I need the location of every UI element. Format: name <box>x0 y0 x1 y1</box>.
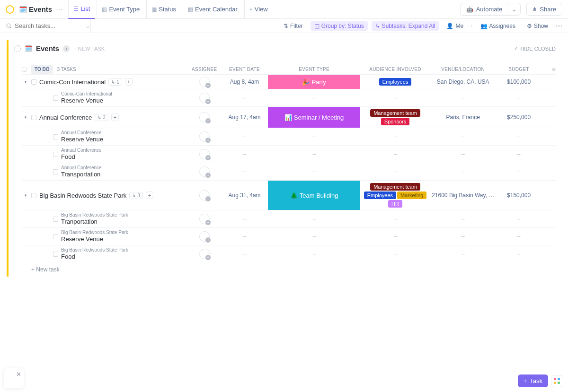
budget-cell[interactable]: – <box>496 146 541 163</box>
more-icon[interactable]: ⋯ <box>556 22 562 30</box>
event-date[interactable]: – <box>221 210 268 227</box>
audience-cell[interactable]: Employees <box>378 76 413 88</box>
checkbox[interactable] <box>31 79 36 85</box>
tab-add-view[interactable]: + View <box>244 0 273 19</box>
page-title[interactable]: Events <box>29 5 52 13</box>
task-name[interactable]: Big Basin Redwoods State Park <box>39 192 126 199</box>
event-date[interactable]: – <box>221 228 268 245</box>
event-date[interactable]: Aug 8, 4am <box>221 75 268 89</box>
event-date[interactable]: Aug 31, 4am <box>221 181 268 210</box>
assignee-placeholder[interactable] <box>199 131 210 142</box>
checkbox[interactable] <box>53 152 58 157</box>
assignee-placeholder[interactable] <box>199 77 210 87</box>
budget-cell[interactable]: – <box>496 210 541 227</box>
column-assignee[interactable]: ASSIGNEE <box>188 67 221 72</box>
automate-button[interactable]: 🤖 Automate <box>460 3 509 16</box>
apps-button[interactable] <box>551 375 563 387</box>
expand-icon[interactable]: ▼ <box>24 193 28 198</box>
audience-cell[interactable]: – <box>360 128 430 145</box>
expand-icon[interactable]: ▼ <box>24 115 28 120</box>
subtask-name[interactable]: Reserve Venue <box>61 136 103 143</box>
filter-button[interactable]: ⇅ Filter <box>280 21 307 31</box>
venue-cell[interactable]: – <box>430 210 496 227</box>
me-button[interactable]: 👤 Me <box>443 21 467 31</box>
assignee-placeholder[interactable] <box>199 93 210 103</box>
column-audience[interactable]: AUDIENCE INVOLVED <box>360 67 430 72</box>
subtasks-button[interactable]: ↳ Subtasks: Expand All <box>372 21 439 31</box>
event-type-cell[interactable]: – <box>268 89 361 106</box>
subtask-name[interactable]: Reserve Venue <box>61 235 128 243</box>
add-subtask-button[interactable]: + <box>125 78 133 86</box>
tab-list[interactable]: ☰ List <box>68 0 95 19</box>
show-button[interactable]: ⚙ Show <box>523 21 552 31</box>
event-date[interactable]: Aug 17, 4am <box>221 107 268 128</box>
column-venue[interactable]: VENUE/LOCATION <box>430 67 496 72</box>
new-task-link[interactable]: + NEW TASK <box>73 46 105 52</box>
budget-cell[interactable]: – <box>496 89 541 106</box>
audience-tag[interactable]: Sponsors <box>381 118 409 125</box>
subtask-name[interactable]: Transportation <box>61 171 102 178</box>
task-name[interactable]: Annual Conference <box>39 114 92 121</box>
subtask-name[interactable]: Tranportation <box>61 218 128 225</box>
audience-cell[interactable]: – <box>360 245 430 262</box>
venue-cell[interactable]: – <box>430 245 496 262</box>
audience-cell[interactable]: – <box>360 89 430 106</box>
event-date[interactable]: – <box>221 245 268 262</box>
audience-tag[interactable]: Management team <box>370 183 420 191</box>
create-task-button[interactable]: + Task <box>518 375 548 387</box>
audience-cell[interactable]: Management teamEmployeesMarketingHR <box>360 181 430 210</box>
event-type-cell[interactable]: – <box>268 146 361 163</box>
venue-cell[interactable]: 21600 Big Basin Way, … <box>430 181 496 210</box>
event-type-cell[interactable]: – <box>268 128 361 145</box>
audience-tag[interactable]: HR <box>388 200 402 208</box>
budget-cell[interactable]: – <box>496 128 541 145</box>
subtask-row[interactable]: Big Basin Redwoods State Park Food – – –… <box>22 245 556 262</box>
venue-cell[interactable]: – <box>430 163 496 180</box>
subtask-row[interactable]: Big Basin Redwoods State Park Tranportat… <box>22 210 556 227</box>
event-date[interactable]: – <box>221 89 268 106</box>
audience-tag[interactable]: Management team <box>370 109 420 117</box>
add-column-button[interactable]: ⊕ <box>542 67 556 72</box>
event-date[interactable]: – <box>221 128 268 145</box>
group-by-button[interactable]: ◫ Group by: Status <box>311 21 368 31</box>
tab-event-type[interactable]: ▥ Event Type <box>97 0 144 19</box>
assignee-placeholder[interactable] <box>199 112 210 122</box>
task-row[interactable]: ▼ Big Basin Redwoods State Park ↳3 + Aug… <box>22 180 556 210</box>
audience-tag[interactable]: Employees <box>364 192 396 199</box>
audience-cell[interactable]: – <box>360 228 430 245</box>
info-icon[interactable]: i <box>63 45 70 52</box>
assignee-placeholder[interactable] <box>199 166 210 177</box>
task-row[interactable]: ▼ Annual Conference ↳3 + Aug 17, 4am 📊Se… <box>22 106 556 128</box>
list-name[interactable]: Events <box>36 44 59 52</box>
venue-cell[interactable]: – <box>430 228 496 245</box>
tab-event-calendar[interactable]: ▦ Event Calendar <box>183 0 242 19</box>
new-task-row[interactable]: + New task <box>22 262 556 277</box>
assignee-placeholder[interactable] <box>199 149 210 159</box>
checkbox[interactable] <box>53 252 58 257</box>
subtask-row[interactable]: Annual Conference Food – – – – – <box>22 145 556 163</box>
column-type[interactable]: EVENT TYPE <box>268 67 360 72</box>
subtask-name[interactable]: Reserve Venue <box>61 97 112 104</box>
tab-status[interactable]: ▥ Status <box>146 0 181 19</box>
venue-cell[interactable]: – <box>430 146 496 163</box>
venue-cell[interactable]: Paris, France <box>430 107 496 128</box>
event-type-tag[interactable]: 🎉Party <box>268 75 360 89</box>
checkbox[interactable] <box>53 217 58 222</box>
budget-cell[interactable]: – <box>496 228 541 245</box>
automate-dropdown[interactable]: ⌄ <box>508 3 521 16</box>
assignee-placeholder[interactable] <box>199 249 210 259</box>
hide-closed-button[interactable]: ✓ HIDE CLOSED <box>514 45 556 52</box>
assignee-placeholder[interactable] <box>199 190 210 200</box>
event-type-cell[interactable]: – <box>268 245 361 262</box>
task-name[interactable]: Comic-Con International <box>39 78 106 86</box>
status-pill[interactable]: TO DO <box>31 65 53 74</box>
subtask-name[interactable]: Food <box>61 253 128 260</box>
checkbox[interactable] <box>53 169 58 174</box>
audience-cell[interactable]: – <box>360 146 430 163</box>
audience-cell[interactable]: – <box>360 210 430 227</box>
column-budget[interactable]: BUDGET <box>496 67 541 72</box>
status-circle-icon[interactable] <box>14 45 21 52</box>
budget-cell[interactable]: – <box>496 163 541 180</box>
subtask-row[interactable]: Big Basin Redwoods State Park Reserve Ve… <box>22 227 556 245</box>
add-subtask-button[interactable]: + <box>146 192 153 199</box>
